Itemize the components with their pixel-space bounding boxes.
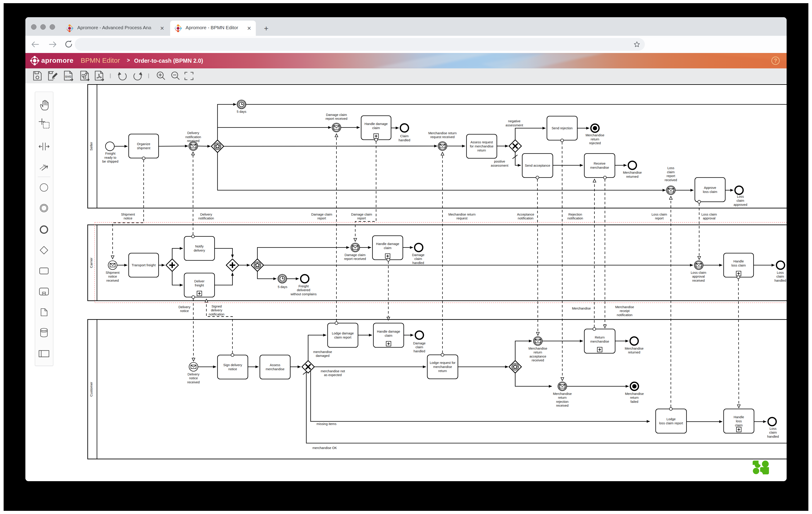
svg-text:Notify: Notify — [195, 245, 204, 248]
svg-text:Freight: Freight — [105, 152, 115, 155]
svg-text:Shipment: Shipment — [106, 271, 119, 274]
svg-text:merchandise not: merchandise not — [321, 369, 345, 373]
svg-text:Delivery: Delivery — [178, 305, 191, 309]
svg-text:Handle damage: Handle damage — [365, 122, 388, 126]
svg-text:report: report — [357, 216, 366, 220]
svg-text:5 days: 5 days — [278, 285, 288, 289]
svg-text:rejection: rejection — [556, 400, 569, 403]
svg-text:Loss claim: Loss claim — [651, 213, 667, 216]
svg-text:notice: notice — [124, 216, 133, 220]
svg-text:Merchandise: Merchandise — [572, 307, 591, 310]
svg-text:shipment: shipment — [137, 146, 150, 150]
svg-text:Signed: Signed — [211, 305, 222, 308]
svg-text:loss claim report: loss claim report — [659, 421, 683, 425]
svg-text:delivery: delivery — [194, 249, 205, 252]
svg-text:Loss claim: Loss claim — [701, 213, 717, 216]
svg-text:merchandise: merchandise — [265, 367, 284, 371]
svg-text:Merchandise: Merchandise — [625, 347, 643, 350]
svg-text:negative: negative — [508, 119, 521, 123]
svg-text:return: return — [558, 396, 567, 399]
svg-text:Merchandise: Merchandise — [528, 347, 547, 350]
svg-text:Approve: Approve — [704, 186, 716, 189]
svg-text:Damage: Damage — [413, 341, 426, 345]
svg-text:Freight: Freight — [298, 284, 309, 288]
svg-text:received: received — [532, 358, 544, 362]
svg-text:Damage: Damage — [412, 253, 425, 257]
svg-text:received: received — [665, 178, 677, 182]
svg-text:Damage claim: Damage claim — [345, 253, 366, 257]
svg-text:Loss: Loss — [777, 271, 784, 274]
svg-text:Merchandise: Merchandise — [615, 305, 634, 309]
svg-text:report received: report received — [344, 257, 366, 261]
svg-text:return: return — [477, 149, 486, 152]
svg-text:receipt: receipt — [620, 309, 630, 313]
svg-text:Shipment: Shipment — [121, 213, 135, 216]
svg-text:Transport freight: Transport freight — [132, 263, 156, 267]
svg-text:Merchandise: Merchandise — [623, 171, 642, 174]
svg-text:Handle damage: Handle damage — [376, 242, 399, 246]
svg-text:claim: claim — [372, 126, 380, 130]
svg-text:damaged: damaged — [316, 354, 329, 358]
svg-text:merchandise: merchandise — [313, 350, 332, 354]
svg-text:Customer: Customer — [89, 382, 93, 396]
svg-text:notification: notification — [209, 312, 224, 316]
svg-text:report: report — [667, 174, 675, 178]
svg-text:Rejection: Rejection — [569, 213, 582, 216]
svg-text:Merchandise: Merchandise — [553, 392, 572, 396]
svg-text:Delivery: Delivery — [187, 372, 200, 376]
svg-text:received: received — [187, 139, 200, 143]
svg-text:failed: failed — [631, 400, 638, 403]
svg-text:delivered: delivered — [297, 288, 310, 292]
svg-text:Deliver: Deliver — [194, 279, 204, 283]
svg-text:return: return — [438, 369, 447, 373]
svg-text:Mechandise return: Mechandise return — [448, 213, 475, 216]
svg-text:Send acceptance: Send acceptance — [525, 164, 550, 167]
svg-text:request: request — [457, 216, 467, 220]
svg-text:Handle damage: Handle damage — [377, 330, 400, 333]
svg-text:Merchandise return: Merchandise return — [429, 131, 457, 135]
svg-text:Carrier: Carrier — [89, 258, 93, 268]
svg-text:return: return — [533, 351, 542, 354]
svg-text:?: ? — [774, 58, 777, 64]
svg-text:report: report — [655, 216, 664, 220]
svg-text:return: return — [591, 138, 599, 141]
svg-text:Seller: Seller — [89, 142, 93, 151]
svg-text:handled: handled — [399, 138, 410, 142]
svg-text:notification: notification — [518, 216, 533, 220]
svg-text:notification: notification — [617, 313, 632, 317]
svg-text:SVG: SVG — [65, 75, 71, 78]
svg-text:approval: approval — [703, 216, 716, 220]
svg-text:return: return — [630, 396, 639, 399]
svg-text:request received: request received — [430, 135, 455, 139]
svg-text:report: report — [317, 216, 326, 220]
svg-text:rejected: rejected — [589, 141, 601, 145]
svg-text:merchandise: merchandise — [590, 340, 609, 343]
svg-text:loss claim: loss claim — [731, 264, 746, 267]
svg-text:notice: notice — [180, 309, 189, 313]
svg-text:Acceptance: Acceptance — [517, 213, 534, 216]
svg-text:missing items: missing items — [317, 422, 337, 426]
svg-text:claim: claim — [735, 423, 743, 427]
svg-text:claim report: claim report — [334, 336, 351, 339]
svg-text:received: received — [107, 279, 119, 282]
svg-text:Loss: Loss — [737, 195, 744, 199]
svg-text:returned: returned — [628, 351, 640, 354]
svg-text:assessment: assessment — [505, 123, 523, 127]
svg-text:Delivery: Delivery — [187, 131, 199, 135]
svg-text:claim: claim — [414, 257, 422, 261]
svg-text:claim: claim — [385, 334, 393, 337]
svg-text:ready to: ready to — [105, 156, 116, 159]
svg-text:notice: notice — [189, 376, 198, 380]
svg-text:handled: handled — [412, 261, 424, 265]
svg-text:report received: report received — [325, 117, 348, 120]
svg-text:Merchandise: Merchandise — [585, 133, 604, 137]
svg-text:Delivery: Delivery — [200, 213, 212, 216]
svg-text:Send rejection: Send rejection — [552, 126, 573, 130]
svg-text:received: received — [692, 279, 705, 282]
svg-text:assessment: assessment — [491, 164, 508, 167]
svg-text:Merchandise: Merchandise — [625, 392, 644, 396]
svg-text:delivery: delivery — [211, 308, 223, 312]
svg-text:Organize: Organize — [137, 142, 150, 146]
svg-text:freight: freight — [195, 283, 204, 287]
svg-text:5 days: 5 days — [237, 110, 246, 114]
